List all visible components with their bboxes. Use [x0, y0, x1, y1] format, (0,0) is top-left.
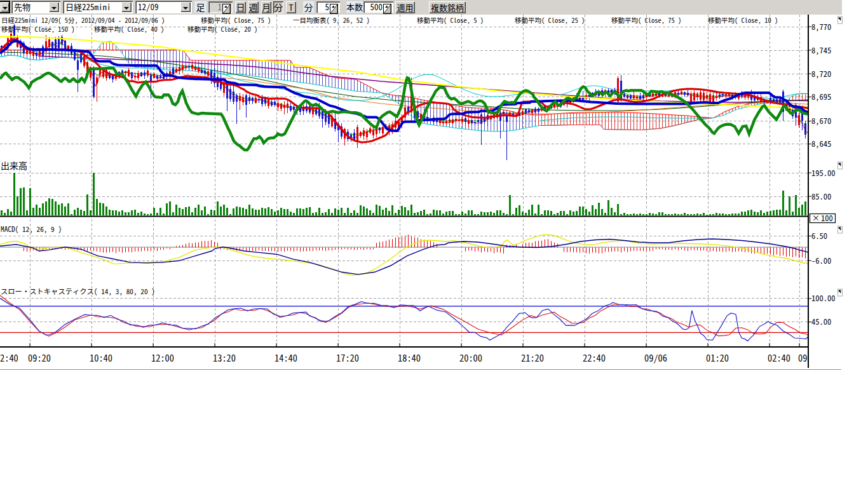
svg-text:85.00: 85.00 — [811, 190, 831, 202]
svg-text:8,670: 8,670 — [811, 114, 831, 126]
svg-text:×: × — [812, 212, 820, 223]
svg-text:195.00: 195.00 — [811, 166, 836, 179]
svg-text:12:00: 12:00 — [151, 351, 174, 364]
svg-text:8,720: 8,720 — [811, 67, 831, 79]
svg-text:8,695: 8,695 — [811, 90, 831, 102]
svg-text:出来高: 出来高 — [1, 159, 27, 172]
svg-text:MACD( 12, 26, 9 ): MACD( 12, 26, 9 ) — [1, 224, 62, 234]
svg-text:移動平均( Close, 5 ): 移動平均( Close, 5 ) — [417, 15, 484, 25]
svg-text:6.50: 6.50 — [811, 229, 827, 241]
svg-text:21:20: 21:20 — [521, 351, 544, 364]
svg-text:09:20: 09:20 — [28, 351, 51, 364]
svg-text:10:40: 10:40 — [90, 351, 112, 364]
svg-text:14:40: 14:40 — [275, 351, 297, 364]
svg-text:移動平均( Close, 25 ): 移動平均( Close, 25 ) — [515, 15, 585, 25]
svg-text:移動平均( Close, 20 ): 移動平均( Close, 20 ) — [187, 24, 257, 34]
svg-text:スロー・ストキャスティクス( 14, 3, 80, 20 ): スロー・ストキャスティクス( 14, 3, 80, 20 ) — [1, 286, 155, 296]
svg-text:13:20: 13:20 — [213, 351, 236, 364]
svg-text:100: 100 — [821, 212, 833, 224]
svg-text:移動平均( Close, 10 ): 移動平均( Close, 10 ) — [708, 15, 778, 25]
svg-text:18:40: 18:40 — [398, 351, 421, 364]
svg-text:移動平均( Close, 75 ): 移動平均( Close, 75 ) — [201, 15, 271, 25]
svg-text:20:00: 20:00 — [459, 351, 482, 364]
svg-text:09: 09 — [798, 351, 807, 364]
svg-text:2:40: 2:40 — [0, 351, 18, 364]
svg-text:100.00: 100.00 — [811, 292, 836, 304]
svg-text:8,745: 8,745 — [811, 44, 831, 56]
svg-text:一目均衡表( 9, 26, 52 ): 一目均衡表( 9, 26, 52 ) — [293, 15, 370, 25]
svg-text:17:20: 17:20 — [336, 351, 359, 364]
svg-text:09/06: 09/06 — [644, 351, 667, 364]
svg-text:移動平均( Close, 75 ): 移動平均( Close, 75 ) — [611, 15, 681, 25]
svg-text:-6.00: -6.00 — [811, 254, 831, 266]
svg-text:02:40: 02:40 — [768, 351, 790, 364]
svg-text:22:40: 22:40 — [583, 351, 606, 364]
svg-text:日経225mini 12/09( 5分, 2012/09/0: 日経225mini 12/09( 5分, 2012/09/04 - 2012/0… — [1, 15, 165, 25]
svg-text:移動平均( Close, 150 ): 移動平均( Close, 150 ) — [1, 24, 75, 34]
svg-text:移動平均( Close, 40 ): 移動平均( Close, 40 ) — [94, 24, 164, 34]
svg-text:45.00: 45.00 — [811, 315, 831, 327]
svg-text:8,645: 8,645 — [811, 137, 831, 149]
svg-text:01:20: 01:20 — [706, 351, 729, 364]
svg-text:8,770: 8,770 — [811, 20, 831, 32]
